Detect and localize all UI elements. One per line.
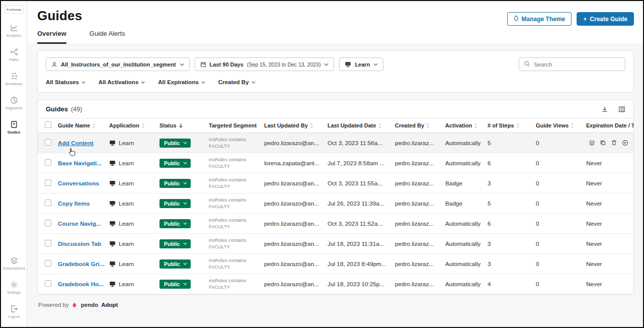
- column-header-last-updated-by[interactable]: Last Updated By: [264, 122, 328, 128]
- monitor-icon: [345, 61, 351, 68]
- status-badge[interactable]: Public: [159, 179, 191, 188]
- status-cell: Public: [159, 219, 209, 228]
- download-icon[interactable]: [601, 106, 608, 113]
- column-header-activation[interactable]: Activation: [445, 122, 488, 128]
- columns-icon[interactable]: [618, 106, 625, 113]
- manage-theme-button[interactable]: Manage Theme: [507, 12, 572, 26]
- guides-table-body: Add ContentLearnPublicinsRoles containsF…: [38, 133, 633, 294]
- guide-name-cell: Copy Items: [58, 200, 109, 207]
- sidebar-item-workflows[interactable]: Workflows: [1, 68, 27, 90]
- tab-overview[interactable]: Overview: [37, 30, 66, 44]
- sidebar-item-settings[interactable]: Settings: [1, 277, 27, 299]
- sidebar-item-analytics[interactable]: Analytics: [1, 20, 27, 42]
- create-guide-button[interactable]: + Create Guide: [577, 12, 634, 26]
- trash-icon[interactable]: [611, 140, 617, 146]
- status-badge[interactable]: Public: [159, 219, 191, 228]
- created-by-cell: pedro.lizaraz...: [395, 281, 445, 288]
- activation-cell: Automatically: [445, 220, 488, 227]
- row-checkbox[interactable]: [45, 179, 51, 186]
- filter-dropdown-all-statuses[interactable]: All Statuses: [46, 79, 86, 85]
- guide-name-link[interactable]: Base Navigati...: [58, 160, 102, 167]
- status-badge[interactable]: Public: [159, 139, 191, 148]
- guide-views-cell: 0: [536, 140, 586, 147]
- guide-name-link[interactable]: Discussion Tab: [58, 240, 101, 247]
- sidebar-item-segments[interactable]: Segments: [1, 92, 27, 114]
- row-checkbox[interactable]: [45, 200, 51, 206]
- segment-rule: insRoles contains: [209, 137, 260, 143]
- status-badge[interactable]: Public: [159, 239, 191, 248]
- status-badge[interactable]: Public: [159, 259, 191, 269]
- column-header-expiration-date-t[interactable]: Expiration Date / T: [586, 122, 633, 128]
- application-cell: Learn: [109, 260, 159, 268]
- application-label: Learn: [119, 260, 134, 268]
- guide-name-cell: Base Navigati...: [58, 160, 109, 167]
- row-checkbox[interactable]: [45, 260, 51, 267]
- column-header-status[interactable]: Status: [159, 122, 209, 128]
- select-all-checkbox[interactable]: [45, 121, 51, 128]
- search-input[interactable]: [534, 61, 620, 68]
- sidebar-item-subscriptions[interactable]: Subscriptions: [1, 252, 27, 275]
- filter-dropdown-all-activations[interactable]: All Activations: [99, 79, 145, 85]
- guide-name-link[interactable]: Gradebook Ho...: [58, 281, 104, 288]
- guide-name-link[interactable]: Copy Items: [58, 200, 90, 207]
- segment-rule: insRoles contains: [209, 197, 260, 203]
- create-guide-label: Create Guide: [590, 16, 627, 23]
- guide-name-link[interactable]: Gradebook Gri...: [58, 260, 104, 268]
- header-actions: Manage Theme + Create Guide: [507, 12, 634, 26]
- anthology-logo[interactable]: anthology: [5, 5, 24, 14]
- status-label: Public: [164, 180, 180, 186]
- status-badge[interactable]: Public: [159, 159, 191, 168]
- guide-name-link[interactable]: Course Navig...: [58, 220, 101, 227]
- application-filter-value: Learn: [355, 61, 370, 68]
- column-label: Expiration Date / T: [586, 122, 633, 128]
- layers-icon[interactable]: [589, 140, 595, 146]
- segments-icon: [10, 96, 18, 104]
- status-badge[interactable]: Public: [159, 280, 191, 289]
- pendo-wordmark: pendo: [81, 302, 99, 308]
- table-row: Copy ItemsLearnPublicinsRoles containsFA…: [38, 193, 633, 214]
- table-toolbar: Guides (49): [38, 100, 633, 118]
- play-circle-icon[interactable]: [622, 140, 628, 146]
- application-filter-dropdown[interactable]: Learn: [339, 57, 383, 71]
- sidebar-item-label: Segments: [6, 106, 23, 110]
- row-checkbox[interactable]: [45, 240, 51, 246]
- column-header-guide-name[interactable]: Guide Name: [58, 122, 109, 128]
- manage-theme-label: Manage Theme: [522, 16, 566, 23]
- last-updated-date-cell: Oct 3, 2023 11:55a...: [328, 180, 395, 187]
- activation-cell: Automatically: [445, 140, 488, 147]
- column-header-last-updated-date[interactable]: Last Updated Date: [328, 122, 395, 128]
- column-header--of-steps[interactable]: # of Steps: [488, 122, 536, 128]
- chevron-down-icon: [183, 283, 187, 285]
- sidebar-item-logout[interactable]: Logout: [1, 301, 27, 323]
- steps-count-cell: 5: [488, 200, 536, 207]
- guide-name-link[interactable]: Conversations: [58, 180, 99, 187]
- last-updated-date-cell: Jul 18, 2023 11:31a...: [328, 240, 395, 247]
- segment-filter-dropdown[interactable]: All_Instructors_of_our_institution_segme…: [46, 57, 190, 71]
- search-icon: [524, 60, 530, 69]
- segment-rule: insRoles contains: [209, 237, 260, 243]
- powered-by-label: Powered by: [38, 302, 69, 308]
- row-checkbox[interactable]: [45, 220, 51, 226]
- tab-guide-alerts[interactable]: Guide Alerts: [90, 30, 125, 44]
- copy-icon[interactable]: [600, 140, 606, 146]
- column-header-guide-views[interactable]: Guide Views: [536, 122, 586, 128]
- sidebar-item-paths[interactable]: Paths: [1, 44, 27, 66]
- status-badge[interactable]: Public: [159, 199, 191, 208]
- row-checkbox[interactable]: [45, 159, 51, 166]
- guide-name-link[interactable]: Add Content: [58, 140, 94, 147]
- expiration-cell: Never: [586, 160, 633, 167]
- sidebar-item-guides[interactable]: Guides: [1, 116, 27, 139]
- row-checkbox[interactable]: [45, 139, 51, 146]
- row-checkbox[interactable]: [45, 280, 51, 287]
- last-updated-by-cell: pedro.lizarazo@an...: [264, 260, 328, 268]
- column-header-application[interactable]: Application: [109, 122, 159, 128]
- targeted-segment-cell: insRoles containsFACULTY: [209, 137, 264, 149]
- filter-dropdown-created-by[interactable]: Created By: [218, 79, 256, 85]
- segment-value: FACULTY: [209, 183, 260, 189]
- column-header-targeted-segment[interactable]: Targeted Segment: [209, 122, 264, 128]
- column-header-created-by[interactable]: Created By: [395, 122, 445, 128]
- filter-dropdown-all-expirations[interactable]: All Expirations: [158, 79, 205, 85]
- guide-views-cell: 0: [536, 200, 586, 207]
- app-window: anthology AnalyticsPathsWorkflowsSegment…: [0, 0, 644, 328]
- date-range-dropdown[interactable]: Last 90 Days (Sep 15, 2023 to Dec 13, 20…: [195, 57, 335, 71]
